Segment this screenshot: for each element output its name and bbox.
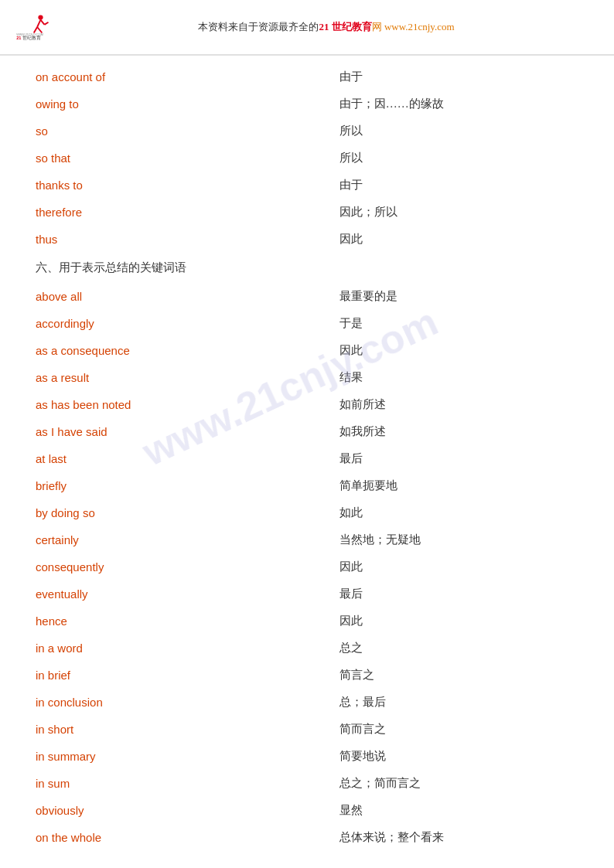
chinese-meaning: 最重要的是 [335, 283, 583, 310]
header-tagline: 本资料来自于资源最齐全的21 世纪教育网 www.21cnjy.com [54, 20, 599, 34]
vocab-row: in sum 总之；简而言之 [31, 770, 583, 797]
english-term: in short [31, 716, 335, 743]
svg-line-2 [34, 27, 37, 33]
chinese-meaning: 总；最后 [335, 689, 583, 716]
vocab-row: so that 所以 [31, 145, 583, 172]
tagline-prefix: 本资料来自于资源最齐全的 [198, 21, 319, 32]
english-term: in summary [31, 743, 335, 770]
tagline-brand1: 21 [319, 21, 329, 32]
svg-line-3 [37, 27, 42, 33]
chinese-meaning: 总体来说；整个看来 [335, 824, 583, 851]
english-term: therefore [31, 199, 335, 226]
chinese-meaning: 总之；简而言之 [335, 770, 583, 797]
english-term: in brief [31, 662, 335, 689]
vocab-row: at last 最后 [31, 445, 583, 472]
vocab-row: owing to 由于；因……的缘故 [31, 90, 583, 117]
vocab-row: as a consequence 因此 [31, 337, 583, 364]
english-term: at last [31, 445, 335, 472]
english-term: in sum [31, 770, 335, 797]
english-term: as has been noted [31, 391, 335, 418]
english-term: so [31, 117, 335, 145]
vocab-table: on account of 由于 owing to 由于；因……的缘故 so 所… [31, 63, 583, 851]
chinese-meaning: 所以 [335, 145, 583, 172]
tagline-brand2: 世纪教育 [332, 21, 372, 32]
svg-line-5 [45, 22, 49, 25]
english-term: certainly [31, 526, 335, 553]
svg-line-1 [37, 20, 40, 27]
vocab-row: eventually 最后 [31, 580, 583, 608]
english-term: eventually [31, 580, 335, 608]
vocab-row: on the whole 总体来说；整个看来 [31, 824, 583, 851]
vocab-row: above all 最重要的是 [31, 283, 583, 310]
chinese-meaning: 由于 [335, 63, 583, 90]
english-term: briefly [31, 472, 335, 499]
chinese-meaning: 总之 [335, 635, 583, 662]
english-term: as a result [31, 364, 335, 391]
vocab-row: in a word 总之 [31, 635, 583, 662]
svg-line-4 [41, 20, 45, 25]
header: 21 世纪教育 WWW.21CNJY.COM 本资料来自于资源最齐全的21 世纪… [0, 0, 614, 56]
english-term: consequently [31, 553, 335, 580]
chinese-meaning: 最后 [335, 580, 583, 608]
tagline-brand3: 网 [372, 21, 382, 32]
section-header: 六、用于表示总结的关键词语 [31, 253, 583, 283]
english-term: in a word [31, 635, 335, 662]
vocab-row: on account of 由于 [31, 63, 583, 90]
english-term: obviously [31, 797, 335, 824]
logo-icon: 21 世纪教育 WWW.21CNJY.COM [15, 8, 54, 46]
chinese-meaning: 最后 [335, 445, 583, 472]
vocab-row: obviously 显然 [31, 797, 583, 824]
chinese-meaning: 当然地；无疑地 [335, 526, 583, 553]
svg-point-0 [38, 15, 43, 19]
tagline-url[interactable]: www.21cnjy.com [384, 21, 455, 32]
vocab-row: hence 因此 [31, 608, 583, 635]
vocab-row: by doing so 如此 [31, 499, 583, 526]
vocab-row: as a result 结果 [31, 364, 583, 391]
chinese-meaning: 如我所述 [335, 418, 583, 445]
english-term: in conclusion [31, 689, 335, 716]
chinese-meaning: 因此 [335, 553, 583, 580]
english-term: on account of [31, 63, 335, 90]
english-term: owing to [31, 90, 335, 117]
vocab-row: in conclusion 总；最后 [31, 689, 583, 716]
english-term: thanks to [31, 172, 335, 199]
vocab-row: therefore 因此；所以 [31, 199, 583, 226]
chinese-meaning: 因此 [335, 608, 583, 635]
chinese-meaning: 如此 [335, 499, 583, 526]
logo-area: 21 世纪教育 WWW.21CNJY.COM [15, 8, 54, 46]
english-term: thus [31, 226, 335, 253]
vocab-row: in brief 简言之 [31, 662, 583, 689]
chinese-meaning: 因此 [335, 226, 583, 253]
vocab-row: thus 因此 [31, 226, 583, 253]
chinese-meaning: 简单扼要地 [335, 472, 583, 499]
vocab-row: thanks to 由于 [31, 172, 583, 199]
main-content: on account of 由于 owing to 由于；因……的缘故 so 所… [0, 56, 614, 866]
english-term: as a consequence [31, 337, 335, 364]
chinese-meaning: 所以 [335, 117, 583, 145]
chinese-meaning: 如前所述 [335, 391, 583, 418]
chinese-meaning: 显然 [335, 797, 583, 824]
chinese-meaning: 简言之 [335, 662, 583, 689]
chinese-meaning: 于是 [335, 310, 583, 337]
vocab-row: briefly 简单扼要地 [31, 472, 583, 499]
english-term: above all [31, 283, 335, 310]
chinese-meaning: 简要地说 [335, 743, 583, 770]
english-term: as I have said [31, 418, 335, 445]
chinese-meaning: 结果 [335, 364, 583, 391]
chinese-meaning: 由于 [335, 172, 583, 199]
vocab-row: so 所以 [31, 117, 583, 145]
vocab-row: consequently 因此 [31, 553, 583, 580]
chinese-meaning: 因此 [335, 337, 583, 364]
english-term: accordingly [31, 310, 335, 337]
chinese-meaning: 因此；所以 [335, 199, 583, 226]
chinese-meaning: 简而言之 [335, 716, 583, 743]
english-term: so that [31, 145, 335, 172]
vocab-row: accordingly 于是 [31, 310, 583, 337]
svg-text:WWW.21CNJY.COM: WWW.21CNJY.COM [16, 33, 43, 36]
vocab-row: in summary 简要地说 [31, 743, 583, 770]
vocab-row: as has been noted 如前所述 [31, 391, 583, 418]
section-header-text: 六、用于表示总结的关键词语 [31, 253, 583, 283]
vocab-row: certainly 当然地；无疑地 [31, 526, 583, 553]
vocab-row: as I have said 如我所述 [31, 418, 583, 445]
english-term: by doing so [31, 499, 335, 526]
